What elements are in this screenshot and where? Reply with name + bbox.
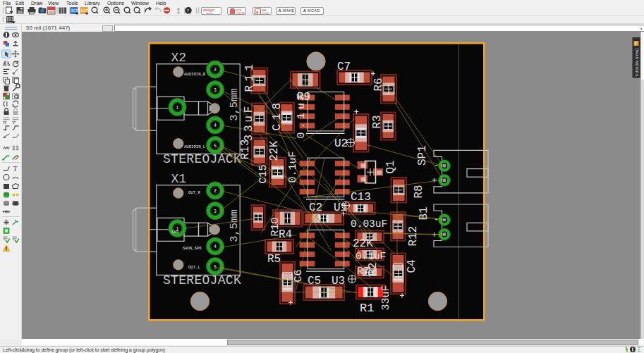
svg-text:33uF: 33uF bbox=[380, 285, 392, 310]
svg-text:-: - bbox=[434, 214, 439, 224]
svg-text:2: 2 bbox=[214, 189, 217, 194]
svg-text:?: ? bbox=[187, 8, 189, 13]
svg-text:R5: R5 bbox=[267, 252, 281, 265]
svg-text:GND: GND bbox=[172, 229, 180, 234]
svg-text:X2: X2 bbox=[171, 51, 187, 65]
svg-text:TO 3D: TO 3D bbox=[262, 11, 269, 14]
svg-text:R8: R8 bbox=[413, 185, 425, 198]
svg-text:0.1uF: 0.1uF bbox=[356, 250, 387, 261]
svg-text:0.03uF: 0.03uF bbox=[351, 218, 387, 229]
svg-text:ULP: ULP bbox=[81, 8, 88, 13]
svg-text:OUT_R: OUT_R bbox=[188, 190, 200, 195]
svg-text:5: 5 bbox=[214, 143, 217, 148]
svg-text:R13: R13 bbox=[239, 139, 252, 159]
svg-text:C5: C5 bbox=[308, 274, 321, 287]
svg-text:Q1: Q1 bbox=[384, 160, 397, 173]
svg-text:0.1uF: 0.1uF bbox=[296, 89, 308, 138]
svg-text:AUDIOIN_L: AUDIOIN_L bbox=[184, 144, 205, 149]
svg-text:OUT_L: OUT_L bbox=[188, 265, 200, 270]
svg-text:F: F bbox=[635, 42, 638, 46]
svg-text:N: N bbox=[4, 120, 6, 124]
svg-text:0.1uF: 0.1uF bbox=[287, 151, 299, 182]
svg-text:C6: C6 bbox=[293, 269, 305, 282]
svg-text:X1: X1 bbox=[171, 172, 187, 186]
svg-text:4: 4 bbox=[214, 123, 217, 128]
svg-text:C13: C13 bbox=[351, 190, 371, 203]
svg-text:C15: C15 bbox=[257, 164, 269, 183]
svg-text:R12: R12 bbox=[407, 225, 420, 246]
svg-text:SP1: SP1 bbox=[416, 145, 429, 166]
svg-text:U2: U2 bbox=[334, 137, 348, 149]
svg-text:3: 3 bbox=[214, 209, 217, 213]
svg-text:2: 2 bbox=[214, 68, 217, 73]
svg-text:T: T bbox=[13, 164, 17, 172]
svg-text:QUOTE: QUOTE bbox=[236, 11, 245, 14]
svg-text:R6: R6 bbox=[372, 78, 385, 91]
svg-text:U1: U1 bbox=[334, 201, 347, 213]
svg-text:R3: R3 bbox=[371, 115, 384, 128]
svg-text:STEREOJACK: STEREOJACK bbox=[163, 152, 241, 166]
svg-text:R1: R1 bbox=[360, 301, 374, 314]
svg-text:SCR: SCR bbox=[71, 8, 79, 13]
svg-text:3,5mm: 3,5mm bbox=[228, 88, 241, 121]
svg-text:R10: R10 bbox=[269, 217, 281, 236]
svg-text:■: ■ bbox=[256, 10, 258, 14]
svg-text:STEREOJACK: STEREOJACK bbox=[163, 273, 241, 287]
svg-text:FUSION SYNC: FUSION SYNC bbox=[634, 48, 638, 76]
svg-text:5: 5 bbox=[214, 264, 217, 269]
svg-text:R2: R2 bbox=[367, 262, 379, 275]
svg-text:3: 3 bbox=[214, 87, 217, 92]
svg-text:4: 4 bbox=[214, 244, 217, 249]
svg-text:1: 1 bbox=[176, 105, 179, 110]
svg-text:33uF: 33uF bbox=[243, 103, 255, 141]
svg-text:C7: C7 bbox=[337, 60, 351, 73]
svg-text:R11: R11 bbox=[243, 60, 256, 92]
svg-text:22K: 22K bbox=[353, 237, 373, 249]
svg-text:C2: C2 bbox=[309, 201, 322, 213]
svg-text:C18: C18 bbox=[271, 99, 284, 130]
svg-text:V: V bbox=[13, 120, 16, 124]
svg-text:22K: 22K bbox=[268, 140, 281, 161]
svg-text:SHDN_SPK: SHDN_SPK bbox=[183, 245, 202, 250]
svg-text:C4: C4 bbox=[406, 259, 418, 273]
svg-text:AUDIOIN_R: AUDIOIN_R bbox=[184, 71, 206, 76]
svg-text:3,5mm: 3,5mm bbox=[228, 209, 241, 242]
svg-text:U3: U3 bbox=[332, 274, 345, 287]
svg-text:+: + bbox=[432, 230, 437, 240]
